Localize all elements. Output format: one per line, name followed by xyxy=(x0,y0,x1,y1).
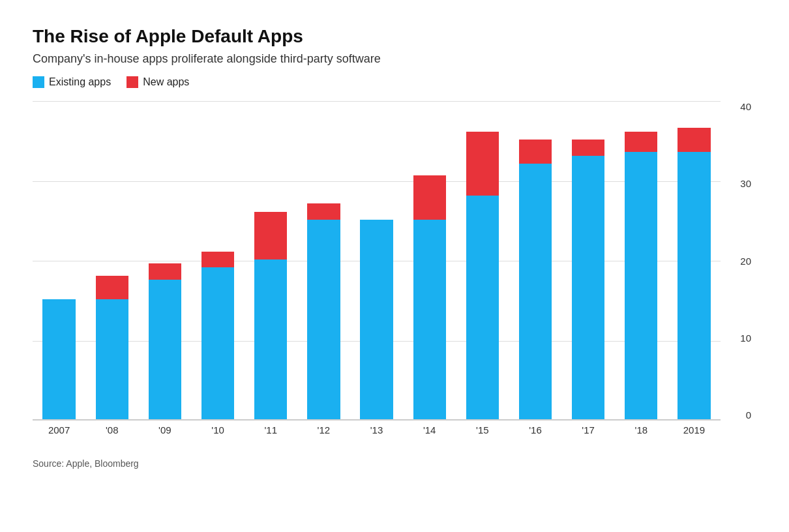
bar-existing xyxy=(466,196,499,419)
bar-new xyxy=(677,128,710,152)
bar-new xyxy=(466,132,499,196)
x-label: '12 xyxy=(297,424,350,436)
legend: Existing apps New apps xyxy=(33,76,756,88)
bar-wrapper xyxy=(519,140,552,419)
bar-group xyxy=(350,220,403,419)
x-labels: 2007'08'09'10'11'12'13'14'15'16'17'18201… xyxy=(33,424,721,436)
new-color-swatch xyxy=(127,76,138,88)
chart-area: 2007'08'09'10'11'12'13'14'15'16'17'18201… xyxy=(33,101,756,447)
chart-title: The Rise of Apple Default Apps xyxy=(33,26,756,47)
bar-existing xyxy=(413,220,446,419)
bar-existing xyxy=(254,259,287,419)
x-label: '17 xyxy=(562,424,615,436)
legend-existing-label: Existing apps xyxy=(49,76,111,88)
bar-new xyxy=(625,132,657,152)
bar-wrapper xyxy=(307,203,340,419)
legend-new-label: New apps xyxy=(143,76,189,88)
bar-wrapper xyxy=(42,299,75,419)
bar-group xyxy=(85,276,138,420)
x-label: 2019 xyxy=(668,424,721,436)
bar-existing xyxy=(42,299,75,419)
bar-new xyxy=(201,252,234,268)
bar-existing xyxy=(677,152,710,419)
bar-wrapper xyxy=(413,175,446,419)
bar-existing xyxy=(96,299,128,419)
y-label-40: 40 xyxy=(740,101,756,112)
bar-group xyxy=(245,212,297,420)
bar-group xyxy=(297,203,350,419)
bar-existing xyxy=(625,152,657,419)
y-label-0: 0 xyxy=(746,409,756,421)
bar-new xyxy=(572,140,604,156)
bar-group xyxy=(615,132,668,419)
bar-wrapper xyxy=(201,252,234,419)
chart-subtitle: Company's in-house apps proliferate alon… xyxy=(33,52,756,66)
x-label: '15 xyxy=(456,424,509,436)
x-label: '14 xyxy=(403,424,456,436)
bar-new xyxy=(254,212,287,260)
bar-existing xyxy=(201,267,234,419)
bar-group xyxy=(456,132,509,419)
bar-wrapper xyxy=(572,140,604,419)
y-label-20: 20 xyxy=(740,256,756,267)
bar-wrapper xyxy=(677,128,710,419)
bar-new xyxy=(149,263,181,280)
legend-new: New apps xyxy=(127,76,189,88)
bar-group xyxy=(509,140,561,419)
y-label-30: 30 xyxy=(740,178,756,189)
bar-new xyxy=(307,203,340,220)
bar-wrapper xyxy=(360,220,393,419)
y-axis: 40 30 20 10 0 xyxy=(721,101,756,447)
bar-group xyxy=(33,299,85,419)
x-label: '18 xyxy=(615,424,668,436)
bar-existing xyxy=(360,220,393,419)
bar-wrapper xyxy=(466,132,499,419)
bar-wrapper xyxy=(254,212,287,420)
bar-group xyxy=(191,252,244,419)
x-label: '10 xyxy=(191,424,244,436)
bar-new xyxy=(96,276,128,300)
x-label: 2007 xyxy=(33,424,85,436)
bar-new xyxy=(413,175,446,219)
bar-existing xyxy=(572,156,604,419)
bar-new xyxy=(519,140,552,164)
bar-group xyxy=(668,128,721,419)
bar-existing xyxy=(307,220,340,419)
bars-and-grid xyxy=(33,101,721,421)
source-label: Source: Apple, Bloomberg xyxy=(33,458,756,469)
y-label-10: 10 xyxy=(740,332,756,344)
chart-main: 2007'08'09'10'11'12'13'14'15'16'17'18201… xyxy=(33,101,721,447)
existing-color-swatch xyxy=(33,76,44,88)
bar-group xyxy=(403,175,456,419)
x-label: '09 xyxy=(138,424,191,436)
bar-existing xyxy=(519,164,552,419)
x-label: '11 xyxy=(245,424,297,436)
bar-wrapper xyxy=(96,276,128,420)
bar-group xyxy=(562,140,615,419)
bar-existing xyxy=(149,280,181,419)
x-label: '08 xyxy=(85,424,138,436)
bars-container xyxy=(33,101,721,421)
bar-wrapper xyxy=(149,263,181,419)
x-label: '16 xyxy=(509,424,561,436)
legend-existing: Existing apps xyxy=(33,76,111,88)
bar-group xyxy=(138,263,191,419)
bar-wrapper xyxy=(625,132,657,419)
x-label: '13 xyxy=(350,424,403,436)
